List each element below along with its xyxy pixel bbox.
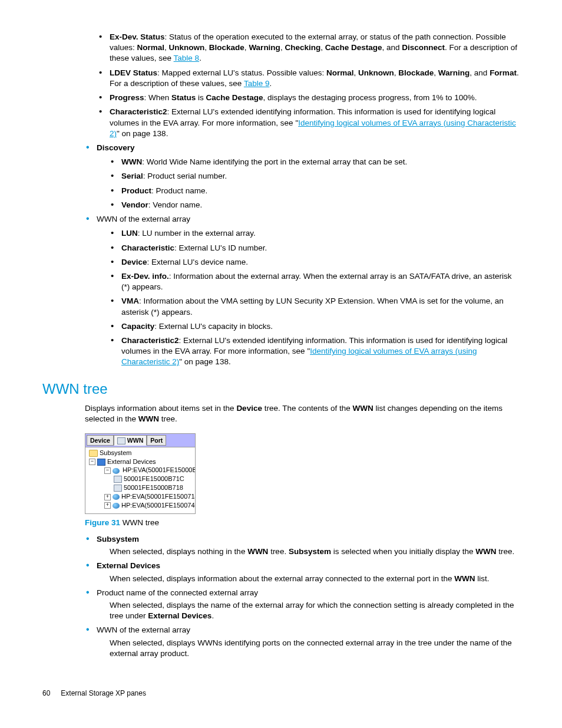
globe-icon [113, 503, 120, 509]
item-external-devices: External Devices When selected, displays… [85, 561, 520, 584]
item-exdev-status: Ex-Dev. Status: Status of the operation … [98, 32, 520, 64]
tree-wwn-2[interactable]: 50001FE15000B718 [87, 483, 195, 492]
figure-wwn-tree: Device WWN Port Subsystem −External Devi… [85, 433, 196, 514]
item-wwn-external: WWN of the external array When selected,… [85, 625, 520, 659]
item-char2a: Characteristic2: External LU's extended … [98, 107, 520, 139]
item-wwn-ext: WWN of the external array LUN: LU number… [85, 214, 520, 368]
wwn-tab-icon [117, 437, 125, 444]
link-table9[interactable]: Table 9 [244, 79, 270, 88]
lower-list: Subsystem When selected, displays nothin… [85, 534, 520, 659]
tree-external-devices[interactable]: −External Devices [87, 457, 195, 466]
tree-eva-2[interactable]: +HP:EVA(50001FE1500714 [87, 492, 195, 501]
tab-device[interactable]: Device [87, 435, 114, 446]
tree-body: Subsystem −External Devices −HP:EVA(5000… [85, 447, 195, 513]
item-wwn: WWN: World Wide Name identifying the por… [110, 157, 520, 167]
figure-caption: Figure 31 WWN tree [85, 518, 520, 528]
page-number: 60 [42, 689, 50, 697]
folder-icon [89, 450, 98, 457]
heading-wwn-tree: WWN tree [42, 380, 520, 398]
tree-subsystem[interactable]: Subsystem [87, 449, 195, 457]
section-body: Displays information about items set in … [85, 403, 520, 659]
item-lun: LUN: LU number in the external array. [110, 228, 520, 239]
tree-wwn-1[interactable]: 50001FE15000B71C [87, 475, 195, 483]
item-char2b: Characteristic2: External LU's extended … [110, 335, 520, 368]
expand-icon[interactable]: + [104, 494, 111, 500]
item-ldev-status: LDEV Status: Mapped external LU's status… [98, 68, 520, 89]
item-vma: VMA: Information about the VMA setting b… [110, 296, 520, 317]
card-icon [114, 476, 122, 483]
tab-port[interactable]: Port [147, 435, 166, 446]
item-characteristic: Characteristic: External LU's ID number. [110, 243, 520, 253]
tree-eva-1[interactable]: −HP:EVA(50001FE15000B7 [87, 466, 195, 475]
globe-icon [113, 494, 120, 500]
tab-wwn[interactable]: WWN [114, 435, 147, 446]
item-subsystem: Subsystem When selected, displays nothin… [85, 534, 520, 557]
tab-row: Device WWN Port [85, 434, 195, 447]
footer-text: External Storage XP panes [61, 689, 146, 697]
expand-icon[interactable]: + [104, 502, 111, 509]
item-serial: Serial: Product serial number. [110, 171, 520, 182]
discovery-group: Discovery WWN: World Wide Name identifyi… [85, 143, 520, 368]
tree-eva-3[interactable]: +HP:EVA(50001FE1500749 [87, 501, 195, 510]
item-discovery: Discovery WWN: World Wide Name identifyi… [85, 143, 520, 210]
collapse-icon[interactable]: − [89, 459, 95, 465]
collapse-icon[interactable]: − [104, 467, 111, 474]
item-capacity: Capacity: External LU's capacity in bloc… [110, 321, 520, 332]
link-table8[interactable]: Table 8 [174, 54, 200, 62]
item-progress: Progress: When Status is Cache Destage, … [98, 93, 520, 103]
globe-icon [113, 468, 120, 474]
page-content: Ex-Dev. Status: Status of the operation … [85, 32, 520, 368]
top-sublist: Ex-Dev. Status: Status of the operation … [98, 32, 520, 139]
item-product-name: Product name of the connected external a… [85, 588, 520, 622]
item-exdevinfo: Ex-Dev. info.: Information about the ext… [110, 271, 520, 292]
item-device: Device: External LU's device name. [110, 257, 520, 268]
card-icon [114, 485, 122, 492]
page-footer: 60External Storage XP panes [42, 689, 520, 698]
intro-text: Displays information about items set in … [85, 403, 520, 424]
device-icon [97, 459, 105, 466]
item-product: Product: Product name. [110, 186, 520, 196]
item-vendor: Vendor: Vendor name. [110, 200, 520, 210]
